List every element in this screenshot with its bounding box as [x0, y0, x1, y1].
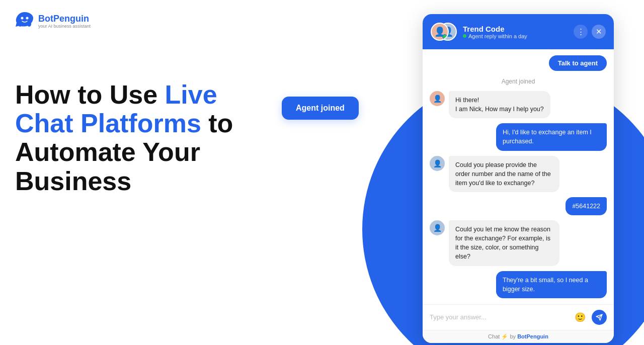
svg-point-2	[18, 22, 22, 27]
emoji-button[interactable]: 🙂	[573, 310, 588, 325]
message-row: #5641222	[430, 197, 607, 215]
brand-part1: Bot	[38, 14, 53, 24]
talk-to-agent-row: Talk to agent	[430, 55, 607, 71]
chat-input-area: 🙂	[423, 304, 614, 330]
brand-name: BotPenguin	[38, 14, 91, 24]
brand-part2: Penguin	[53, 14, 89, 24]
agent-joined-notice: Agent joined	[430, 78, 607, 85]
headline-blue1: Live	[165, 80, 217, 109]
more-options-button[interactable]: ⋮	[574, 25, 588, 39]
agent-joined-badge: Agent joined	[282, 97, 359, 120]
message-bubble-agent: Could you please provide the order numbe…	[449, 156, 559, 192]
svg-point-3	[27, 22, 31, 27]
chat-name: Trend Code	[463, 25, 568, 33]
headline-blue2: Chat Platforms	[15, 109, 201, 138]
headline-line1: How to Use Live	[15, 80, 217, 109]
message-row: They're a bit small, so I need a bigger …	[430, 271, 607, 298]
send-button[interactable]	[592, 310, 607, 325]
svg-point-1	[26, 17, 29, 20]
chat-footer: Chat ⚡ by BotPenguin	[423, 330, 614, 343]
message-bubble-agent: Hi there!I am Nick, How may I help you?	[449, 91, 550, 118]
message-bubble-agent: Could you let me know the reason for the…	[449, 220, 559, 266]
status-dot	[463, 34, 466, 38]
talk-to-agent-button[interactable]: Talk to agent	[549, 55, 607, 71]
header-actions: ⋮ ✕	[574, 25, 606, 39]
close-chat-button[interactable]: ✕	[592, 25, 606, 39]
header-avatar-1: 👤	[431, 23, 449, 41]
message-input[interactable]	[430, 313, 569, 321]
svg-point-0	[21, 17, 24, 20]
agent-avatar-2: 👤	[430, 156, 445, 171]
message-row: 👤 Could you let me know the reason for t…	[430, 220, 607, 266]
message-row: 👤 Hi there!I am Nick, How may I help you…	[430, 91, 607, 118]
message-row: Hi, I'd like to exchange an item I purch…	[430, 123, 607, 150]
chat-body: Talk to agent Agent joined 👤 Hi there!I …	[423, 49, 614, 304]
agent-avatar-1: 👤	[430, 91, 445, 106]
logo-icon	[15, 11, 34, 32]
lightning-icon: ⚡	[501, 333, 508, 339]
footer-brand: BotPenguin	[517, 333, 548, 339]
chat-status-text: Agent reply within a day	[468, 33, 527, 39]
chat-status: Agent reply within a day	[463, 33, 568, 39]
logo: BotPenguin your AI business assistant	[15, 11, 91, 32]
footer-text: Chat	[488, 333, 500, 339]
chat-widget: 👤 👤 Trend Code Agent reply within a day …	[423, 14, 614, 343]
message-bubble-user: They're a bit small, so I need a bigger …	[496, 271, 607, 298]
message-row: 👤 Could you please provide the order num…	[430, 156, 607, 192]
main-headline: How to Use Live Chat Platforms to Automa…	[15, 80, 233, 196]
tagline: your AI business assistant	[38, 24, 91, 29]
headline-line3: Automate Your	[15, 137, 200, 166]
header-avatars: 👤 👤	[431, 21, 457, 42]
logo-text-group: BotPenguin your AI business assistant	[38, 14, 91, 29]
footer-by: by	[510, 333, 517, 339]
headline-to: to	[201, 109, 233, 138]
headline-line4: Business	[15, 166, 131, 196]
chat-header: 👤 👤 Trend Code Agent reply within a day …	[423, 14, 614, 49]
message-bubble-user: Hi, I'd like to exchange an item I purch…	[496, 123, 607, 150]
message-bubble-user: #5641222	[566, 197, 607, 215]
agent-avatar-3: 👤	[430, 220, 445, 235]
header-info: Trend Code Agent reply within a day	[463, 25, 568, 39]
headline-block: How to Use Live Chat Platforms to Automa…	[15, 80, 233, 196]
